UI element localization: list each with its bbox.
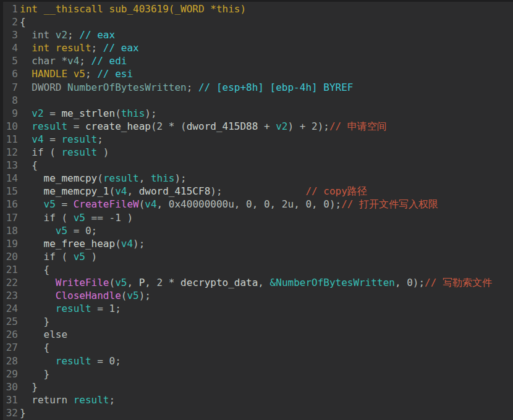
code-line[interactable]: 21 {: [3, 263, 513, 276]
line-number: 16: [3, 198, 20, 211]
code-line[interactable]: 7 DWORD NumberOfBytesWritten; // [esp+8h…: [3, 81, 513, 94]
line-number: 5: [3, 54, 20, 67]
code-line[interactable]: 6 HANDLE v5; // esi: [3, 67, 513, 80]
token-var[interactable]: result: [61, 133, 97, 145]
code-line[interactable]: 10 result = create_heap(2 * (dword_415D8…: [3, 120, 513, 133]
code-line[interactable]: 14 me_memcpy(result, this);: [3, 172, 513, 185]
code-line[interactable]: 29 }: [3, 368, 513, 380]
token-var[interactable]: &NumberOfBytesWritten: [270, 277, 395, 288]
token-var[interactable]: v5: [56, 225, 67, 237]
token-def: , 0x40000000u, 0, 0, 2u, 0, 0);: [157, 198, 342, 210]
code-text: }: [20, 380, 513, 393]
code-text: result = create_heap(2 * (dword_415D88 +…: [20, 120, 513, 133]
token-gold[interactable]: int result: [20, 42, 91, 54]
token-var[interactable]: v4: [32, 133, 43, 145]
code-line[interactable]: 23 CloseHandle(v5);: [3, 289, 513, 302]
code-line[interactable]: 9 v2 = me_strlen(this);: [3, 107, 513, 120]
code-line[interactable]: 13 {: [3, 159, 513, 172]
token-var[interactable]: v5: [74, 212, 85, 224]
token-id[interactable]: me_memcpy_1: [44, 185, 109, 197]
code-line[interactable]: 3 int v2; // eax: [3, 28, 513, 41]
token-reg: // eax: [103, 42, 139, 54]
pseudocode-view[interactable]: 1int __thiscall sub_403619(_WORD *this)2…: [0, 0, 513, 420]
token-id[interactable]: P: [139, 277, 145, 288]
token-var[interactable]: v2: [32, 107, 43, 119]
line-number: 3: [3, 28, 20, 41]
token-api[interactable]: CloseHandle: [56, 290, 121, 301]
code-line[interactable]: 12 if ( result ): [3, 146, 513, 159]
token-id[interactable]: me_strlen: [61, 107, 115, 119]
token-api[interactable]: CreateFileW: [74, 198, 139, 210]
code-line[interactable]: 27 {: [3, 341, 513, 354]
token-def: ,: [258, 277, 269, 288]
token-var[interactable]: result: [61, 146, 97, 158]
token-id[interactable]: dword_415CF8: [139, 185, 211, 197]
token-id[interactable]: create_heap: [85, 120, 151, 132]
code-line[interactable]: 18 v5 = 0;: [3, 224, 513, 237]
token-def: );: [139, 290, 151, 301]
token-def: [20, 355, 56, 367]
code-line[interactable]: 1int __thiscall sub_403619(_WORD *this): [3, 2, 513, 15]
token-id[interactable]: me_memcpy: [44, 172, 98, 184]
token-var[interactable]: result: [103, 172, 139, 184]
token-dvar[interactable]: v2: [56, 29, 67, 41]
code-line[interactable]: 20 if ( v5 ): [3, 250, 513, 263]
code-line[interactable]: 2{: [3, 15, 513, 28]
token-var[interactable]: v5: [127, 290, 138, 301]
token-gold[interactable]: HANDLE v5: [20, 68, 85, 80]
code-line[interactable]: 19 me_free_heap(v4);: [3, 237, 513, 250]
token-var[interactable]: v5: [74, 251, 85, 262]
code-line[interactable]: 28 result = 0;: [3, 355, 513, 368]
token-def: (: [139, 198, 145, 210]
token-var[interactable]: result: [56, 355, 91, 367]
code-text: DWORD NumberOfBytesWritten; // [esp+8h] …: [20, 81, 513, 94]
token-def: = 0;: [91, 355, 121, 367]
code-line[interactable]: 32}: [3, 406, 513, 419]
token-cmt: // copy路径: [305, 185, 367, 197]
token-var[interactable]: result: [56, 303, 91, 314]
token-id[interactable]: me_free_heap: [44, 238, 116, 250]
token-def: ;: [187, 82, 198, 93]
code-line[interactable]: 5 char *v4; // edi: [3, 54, 513, 67]
code-line[interactable]: 8: [3, 94, 513, 107]
code-line[interactable]: 26 else: [3, 328, 513, 341]
token-def: ,: [127, 277, 138, 288]
token-id[interactable]: dword_415D88: [187, 120, 258, 132]
code-line[interactable]: 11 v4 = result;: [3, 133, 513, 146]
token-var[interactable]: v5: [44, 198, 56, 210]
token-def: );: [133, 238, 145, 250]
token-var[interactable]: v2: [276, 120, 287, 132]
code-line[interactable]: 31 return result;: [3, 393, 513, 406]
code-line[interactable]: 16 v5 = CreateFileW(v4, 0x40000000u, 0, …: [3, 198, 513, 211]
token-var[interactable]: this: [151, 172, 175, 184]
token-cmt: // 写勒索文件: [425, 277, 492, 288]
token-dvar[interactable]: NumberOfBytesWritten: [67, 82, 187, 93]
token-def: }: [20, 316, 49, 327]
token-var[interactable]: result: [74, 394, 109, 406]
token-var[interactable]: v5: [115, 277, 127, 288]
token-var[interactable]: result: [32, 120, 67, 132]
token-var[interactable]: this: [121, 107, 145, 119]
code-line[interactable]: 30 }: [3, 380, 513, 393]
token-id[interactable]: decrypto_data: [180, 277, 258, 288]
code-line[interactable]: 15 me_memcpy_1(v4, dword_415CF8); // cop…: [3, 185, 513, 198]
token-var[interactable]: v4: [115, 185, 127, 197]
token-api[interactable]: WriteFile: [56, 277, 109, 288]
token-dvar[interactable]: v4: [67, 55, 79, 67]
token-def: {: [20, 264, 49, 275]
token-gold[interactable]: int __thiscall sub_403619(_WORD *this): [20, 3, 246, 15]
code-text: char *v4; // edi: [20, 54, 513, 67]
code-line[interactable]: 17 if ( v5 == -1 ): [3, 211, 513, 224]
token-dim: int: [20, 29, 56, 41]
token-def: (: [115, 107, 121, 119]
code-line[interactable]: 22 WriteFile(v5, P, 2 * decrypto_data, &…: [3, 276, 513, 289]
token-var[interactable]: v4: [121, 238, 133, 250]
token-def: = 0;: [67, 225, 97, 237]
code-text: WriteFile(v5, P, 2 * decrypto_data, &Num…: [20, 276, 513, 289]
code-line[interactable]: 24 result = 1;: [3, 302, 513, 315]
token-var[interactable]: v4: [145, 198, 156, 210]
code-line[interactable]: 4 int result; // eax: [3, 41, 513, 54]
code-line[interactable]: 25 }: [3, 315, 513, 328]
line-number: 7: [3, 81, 20, 94]
code-listing: 1int __thiscall sub_403619(_WORD *this)2…: [3, 2, 513, 419]
